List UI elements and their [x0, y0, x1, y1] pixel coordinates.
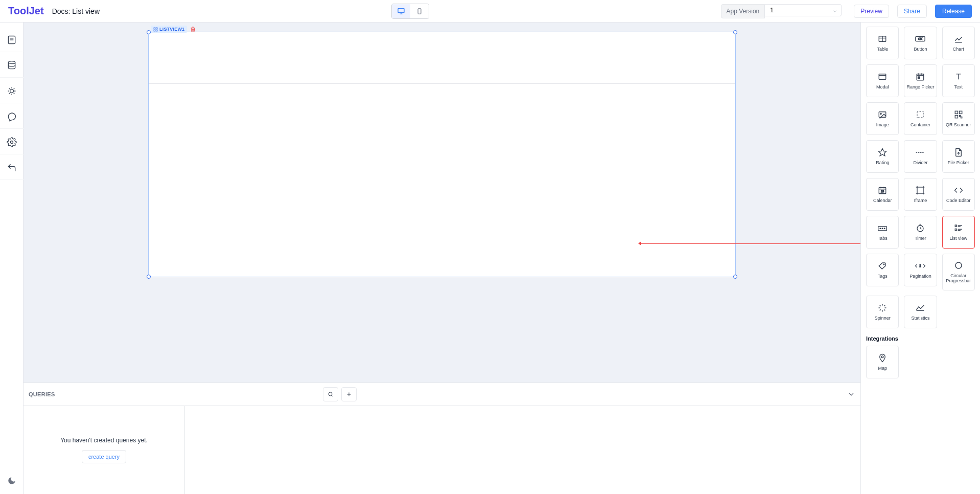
component-card-container[interactable]: Container: [904, 102, 937, 135]
page-icon: [7, 35, 17, 45]
doc-title[interactable]: Docs: List view: [52, 7, 100, 15]
component-card-chart[interactable]: Chart: [942, 27, 975, 59]
component-card-text[interactable]: Text: [942, 64, 975, 97]
left-rail: [0, 23, 24, 494]
theme-toggle-button[interactable]: [7, 467, 16, 494]
settings-icon: [7, 137, 17, 147]
component-card-map[interactable]: Map: [866, 346, 899, 378]
component-card-timer[interactable]: Timer: [904, 216, 937, 249]
component-card-rangepicker[interactable]: Range Picker: [904, 64, 937, 97]
svg-rect-11: [154, 28, 155, 29]
svg-rect-41: [961, 117, 962, 118]
text-icon: [954, 72, 963, 82]
component-card-tabs[interactable]: Tabs: [866, 216, 899, 249]
qr-icon: [954, 109, 963, 120]
integrations-heading: Integrations: [866, 335, 975, 342]
queries-panel: QUERIES You haven't created queries yet.…: [24, 383, 860, 494]
svg-rect-25: [879, 74, 886, 80]
component-card-tags[interactable]: Tags: [866, 254, 899, 286]
rail-undo-button[interactable]: [0, 155, 24, 180]
button-icon: OK: [915, 34, 926, 44]
comment-icon: [7, 111, 17, 122]
component-card-table[interactable]: Table: [866, 27, 899, 59]
component-card-circprog[interactable]: Circular Progressbar: [942, 254, 975, 290]
component-card-filepicker[interactable]: File Picker: [942, 140, 975, 173]
search-queries-button[interactable]: [323, 387, 338, 401]
component-card-qrscanner[interactable]: QR Scanner: [942, 102, 975, 135]
component-card-listview[interactable]: List view: [942, 216, 975, 249]
chevron-down-icon: [847, 390, 855, 398]
resize-handle-bottom-right[interactable]: [733, 275, 737, 279]
component-card-rating[interactable]: Rating: [866, 140, 899, 173]
code-icon: [954, 185, 963, 195]
svg-point-85: [881, 356, 883, 358]
svg-marker-42: [879, 149, 886, 156]
component-card-calendar[interactable]: 19Calendar: [866, 178, 899, 211]
components-panel[interactable]: TableOKButtonChartModalRange PickerTextI…: [860, 23, 980, 494]
share-button[interactable]: Share: [897, 5, 927, 18]
component-card-label: List view: [950, 236, 968, 241]
component-card-label: Map: [878, 366, 887, 371]
svg-text:OK: OK: [919, 37, 923, 40]
calendar-range-icon: [916, 72, 925, 82]
app-version-dropdown[interactable]: 1: [765, 4, 842, 16]
queries-list-pane: You haven't created queries yet. create …: [24, 406, 185, 494]
component-card-label: Modal: [876, 85, 889, 90]
svg-rect-37: [955, 111, 958, 114]
component-card-label: QR Scanner: [946, 123, 971, 128]
search-icon: [328, 391, 334, 397]
svg-rect-70: [955, 229, 956, 231]
star-icon: [878, 147, 887, 158]
app-version-selector: App Version 1: [721, 4, 842, 18]
component-card-label: Pagination: [909, 274, 931, 279]
component-card-iframe[interactable]: Iframe: [904, 178, 937, 211]
undo-icon: [7, 163, 17, 173]
resize-handle-top-right[interactable]: [733, 30, 737, 34]
rail-debugger-button[interactable]: [0, 79, 24, 103]
listview-component[interactable]: [148, 32, 736, 277]
logo: ToolJet: [8, 5, 44, 17]
release-button[interactable]: Release: [935, 5, 972, 18]
svg-point-62: [884, 228, 885, 229]
component-card-label: Chart: [953, 47, 964, 52]
component-card-label: File Picker: [948, 161, 969, 166]
component-card-label: Button: [914, 47, 927, 52]
component-card-spinner[interactable]: Spinner: [866, 296, 899, 328]
svg-rect-0: [398, 8, 404, 12]
file-icon: [954, 147, 963, 158]
preview-button[interactable]: Preview: [854, 5, 889, 18]
resize-handle-bottom-left[interactable]: [147, 275, 151, 279]
calendar-icon: 19: [878, 185, 887, 195]
rail-settings-button[interactable]: [0, 130, 24, 154]
query-editor-pane: [185, 406, 860, 494]
create-query-button[interactable]: create query: [82, 450, 126, 463]
component-card-divider[interactable]: Divider: [904, 140, 937, 173]
component-card-label: Image: [876, 123, 889, 128]
component-card-button[interactable]: OKButton: [904, 27, 937, 59]
component-card-label: Table: [877, 47, 888, 52]
component-card-pagination[interactable]: 1Pagination: [904, 254, 937, 286]
svg-rect-36: [917, 111, 923, 118]
stats-icon: [916, 303, 925, 313]
topbar: ToolJet Docs: List view App Version 1 Pr…: [0, 0, 980, 23]
component-card-codeeditor[interactable]: Code Editor: [942, 178, 975, 211]
svg-line-16: [332, 395, 333, 396]
rail-comments-button[interactable]: [0, 104, 24, 129]
annotation-arrow: [638, 241, 641, 245]
component-card-statistics[interactable]: Statistics: [904, 296, 937, 328]
collapse-queries-button[interactable]: [847, 390, 855, 398]
svg-text:19: 19: [881, 190, 884, 193]
rail-datasources-button[interactable]: [0, 53, 24, 78]
mobile-toggle-button[interactable]: [410, 4, 429, 18]
component-card-image[interactable]: Image: [866, 102, 899, 135]
resize-handle-top-left[interactable]: [147, 30, 151, 34]
delete-component-button[interactable]: [190, 27, 196, 32]
mobile-icon: [416, 8, 423, 15]
desktop-toggle-button[interactable]: [392, 4, 410, 18]
add-query-button[interactable]: [341, 387, 357, 401]
component-card-modal[interactable]: Modal: [866, 64, 899, 97]
center-area: LISTVIEW1 QUERIES: [24, 23, 860, 494]
component-tag-label[interactable]: LISTVIEW1: [151, 26, 187, 33]
canvas-viewport[interactable]: LISTVIEW1: [24, 23, 860, 383]
rail-pages-button[interactable]: [0, 28, 24, 52]
